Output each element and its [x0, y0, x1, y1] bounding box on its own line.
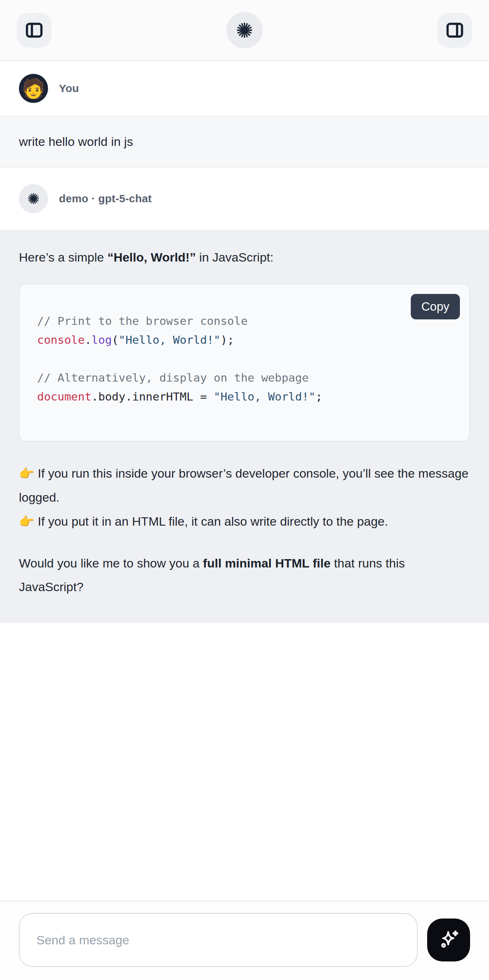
- user-message: write hello world in js: [0, 116, 489, 167]
- right-panel-toggle-button[interactable]: [437, 13, 472, 48]
- user-avatar-emoji: 🧑: [22, 79, 46, 98]
- assistant-message-header: demo · gpt-5-chat: [0, 167, 489, 230]
- assistant-closing-text: Would you like me to show you a full min…: [19, 552, 470, 599]
- sidebar-left-icon: [24, 20, 45, 40]
- assistant-name-label: demo · gpt-5-chat: [59, 192, 152, 205]
- user-avatar: 🧑: [19, 74, 48, 103]
- sidebar-toggle-button[interactable]: [17, 13, 52, 48]
- assistant-avatar: [19, 184, 48, 213]
- code-content: // Print to the browser console console.…: [20, 285, 469, 441]
- copy-button[interactable]: Copy: [411, 294, 460, 320]
- assistant-message: Here’s a simple “Hello, World!” in JavaS…: [0, 230, 489, 623]
- user-name-label: You: [59, 82, 79, 95]
- assistant-tip-1: 👉 If you run this inside your browser’s …: [19, 461, 470, 509]
- user-message-header: 🧑 You: [0, 61, 489, 116]
- assistant-intro-text: Here’s a simple “Hello, World!” in JavaS…: [19, 247, 470, 268]
- starburst-icon: [27, 192, 40, 205]
- sidebar-right-icon: [444, 20, 465, 40]
- assistant-tip-2: 👉 If you put it in an HTML file, it can …: [19, 509, 470, 533]
- composer: [0, 901, 489, 980]
- sparkle-icon: [437, 928, 460, 951]
- send-button[interactable]: [427, 918, 470, 961]
- message-input[interactable]: [19, 913, 418, 967]
- top-bar: [0, 0, 489, 61]
- code-text: // Print to the browser console console.…: [37, 314, 322, 403]
- user-message-text: write hello world in js: [19, 135, 133, 148]
- code-block: Copy // Print to the browser console con…: [19, 284, 470, 442]
- starburst-icon: [235, 21, 254, 40]
- app-logo: [226, 12, 263, 48]
- chat-scroll-area[interactable]: [0, 623, 489, 901]
